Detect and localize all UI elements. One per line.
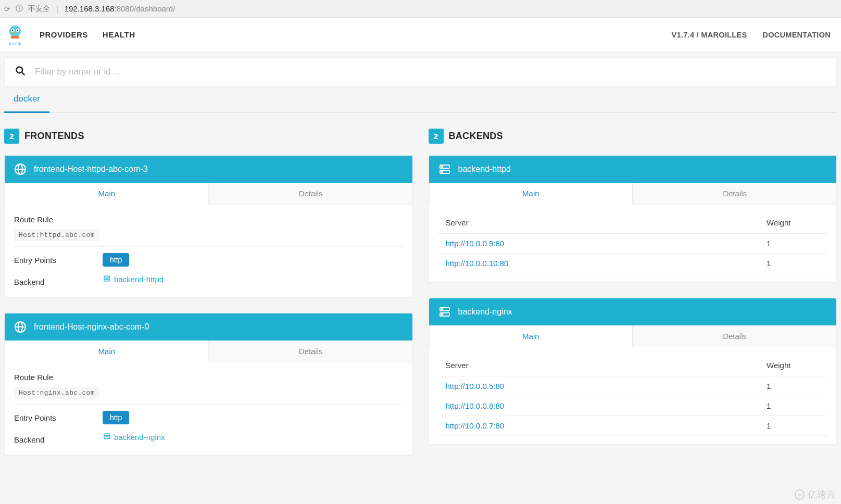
server-icon	[103, 275, 111, 284]
frontends-count: 2	[4, 129, 19, 144]
nav-back-icon[interactable]: ⟳	[4, 5, 10, 13]
backends-column: 2 BACKENDS backend-httpdMainDetailsServe…	[429, 129, 837, 460]
tab-main[interactable]: Main	[429, 325, 633, 347]
svg-point-4	[17, 29, 18, 30]
browser-address-bar: ⟳ ⓘ 不安全 | 192.168.3.168:8080/dashboard/	[0, 0, 841, 18]
route-rule-label: Route Rule	[14, 373, 403, 382]
tab-details[interactable]: Details	[209, 341, 412, 362]
provider-tab-docker[interactable]: docker	[4, 86, 49, 113]
backend-link[interactable]: backend-nginx	[103, 433, 165, 442]
route-rule-label: Route Rule	[14, 215, 403, 224]
svg-rect-13	[104, 279, 110, 281]
frontend-card-header: frontend-Host-nginx-abc-com-0	[5, 313, 412, 341]
backend-name: backend-nginx	[458, 307, 512, 317]
server-weight: 1	[759, 396, 827, 416]
backends-count: 2	[429, 129, 444, 144]
entry-point-badge: http	[103, 253, 129, 267]
server-icon	[438, 306, 451, 318]
backend-name: backend-httpd	[458, 165, 511, 174]
entry-points-label: Entry Points	[14, 411, 103, 422]
backend-card: backend-nginxMainDetailsServerWeighthttp…	[429, 298, 837, 445]
url-host: 192.168.3.168	[65, 4, 115, 13]
frontend-card-header: frontend-Host-httpd-abc-com-3	[5, 156, 412, 183]
filter-box	[4, 57, 837, 86]
svg-point-0	[9, 26, 21, 37]
svg-point-5	[14, 32, 16, 34]
url-path: :8080/dashboard/	[115, 4, 175, 13]
info-icon[interactable]: ⓘ	[16, 4, 23, 14]
nav-documentation[interactable]: DOCUMENTATION	[762, 31, 831, 39]
top-nav: træfik PROVIDERS HEALTH V1.7.4 / MAROILL…	[0, 18, 841, 52]
server-row: http://10.0.0.10:801	[438, 254, 827, 273]
server-col-header: Server	[438, 355, 760, 376]
tab-main[interactable]: Main	[5, 341, 209, 362]
frontends-title: FRONTENDS	[24, 131, 84, 142]
logo-text: træfik	[9, 41, 21, 46]
nav-providers[interactable]: PROVIDERS	[40, 30, 88, 39]
server-url-link[interactable]: http://10.0.0.10:80	[446, 259, 509, 268]
backend-link-text: backend-nginx	[114, 433, 165, 442]
not-secure-label: 不安全	[28, 4, 50, 14]
svg-point-7	[17, 67, 23, 73]
weight-col-header: Weight	[759, 212, 827, 234]
globe-icon	[14, 163, 27, 175]
svg-rect-6	[11, 36, 19, 39]
svg-rect-12	[104, 276, 110, 278]
backend-card: backend-httpdMainDetailsServerWeighthttp…	[429, 155, 837, 282]
route-rule-value: Host:nginx.abc.com	[14, 387, 99, 399]
weight-col-header: Weight	[759, 355, 827, 376]
server-row: http://10.0.0.9:801	[438, 234, 827, 254]
frontend-card: frontend-Host-httpd-abc-com-3MainDetails…	[4, 155, 413, 297]
url-display[interactable]: 192.168.3.168:8080/dashboard/	[65, 4, 175, 13]
server-icon	[103, 433, 111, 442]
server-table: ServerWeighthttp://10.0.0.9:801http://10…	[438, 212, 827, 273]
frontends-column: 2 FRONTENDS frontend-Host-httpd-abc-com-…	[4, 129, 413, 471]
server-url-link[interactable]: http://10.0.0.7:80	[446, 421, 505, 430]
svg-line-8	[22, 72, 24, 75]
server-col-header: Server	[438, 212, 760, 234]
svg-rect-17	[104, 434, 110, 436]
server-weight: 1	[759, 254, 827, 273]
divider: |	[56, 5, 58, 13]
svg-rect-18	[104, 437, 110, 439]
frontend-name: frontend-Host-nginx-abc-com-0	[34, 322, 149, 332]
svg-point-3	[12, 29, 13, 30]
server-weight: 1	[759, 416, 827, 436]
svg-point-25	[442, 309, 443, 310]
backend-label: Backend	[14, 275, 103, 286]
frontend-name: frontend-Host-httpd-abc-com-3	[34, 165, 148, 174]
tab-details[interactable]: Details	[633, 325, 836, 347]
entry-points-label: Entry Points	[14, 253, 103, 264]
server-row: http://10.0.0.7:801	[438, 416, 827, 436]
server-url-link[interactable]: http://10.0.0.8:80	[446, 401, 505, 410]
search-icon	[15, 66, 26, 79]
tab-details[interactable]: Details	[633, 183, 836, 204]
backend-card-header: backend-httpd	[429, 156, 837, 183]
backend-link-text: backend-httpd	[114, 275, 164, 284]
nav-health[interactable]: HEALTH	[103, 30, 135, 39]
route-rule-value: Host:httpd.abc.com	[14, 229, 99, 241]
frontend-card: frontend-Host-nginx-abc-com-0MainDetails…	[4, 313, 413, 455]
filter-input[interactable]	[35, 67, 826, 77]
server-url-link[interactable]: http://10.0.0.9:80	[446, 239, 505, 248]
gopher-logo-icon	[7, 23, 23, 42]
backend-card-header: backend-nginx	[429, 298, 837, 325]
server-weight: 1	[759, 234, 827, 254]
tab-main[interactable]: Main	[429, 183, 633, 205]
server-weight: 1	[759, 376, 827, 396]
backends-title: BACKENDS	[449, 131, 503, 142]
server-row: http://10.0.0.8:801	[438, 396, 827, 416]
globe-icon	[14, 321, 27, 333]
version-label: V1.7.4 / MAROILLES	[672, 31, 747, 39]
svg-point-21	[442, 166, 443, 167]
server-url-link[interactable]: http://10.0.0.5:80	[446, 382, 505, 390]
server-table: ServerWeighthttp://10.0.0.5:801http://10…	[438, 355, 827, 436]
tab-main[interactable]: Main	[5, 183, 209, 205]
entry-point-badge: http	[103, 411, 129, 424]
backend-link[interactable]: backend-httpd	[103, 275, 164, 284]
svg-point-26	[442, 314, 443, 315]
server-icon	[438, 163, 451, 175]
traefik-logo[interactable]: træfik	[5, 23, 25, 47]
backend-label: Backend	[14, 433, 103, 444]
tab-details[interactable]: Details	[209, 183, 412, 204]
